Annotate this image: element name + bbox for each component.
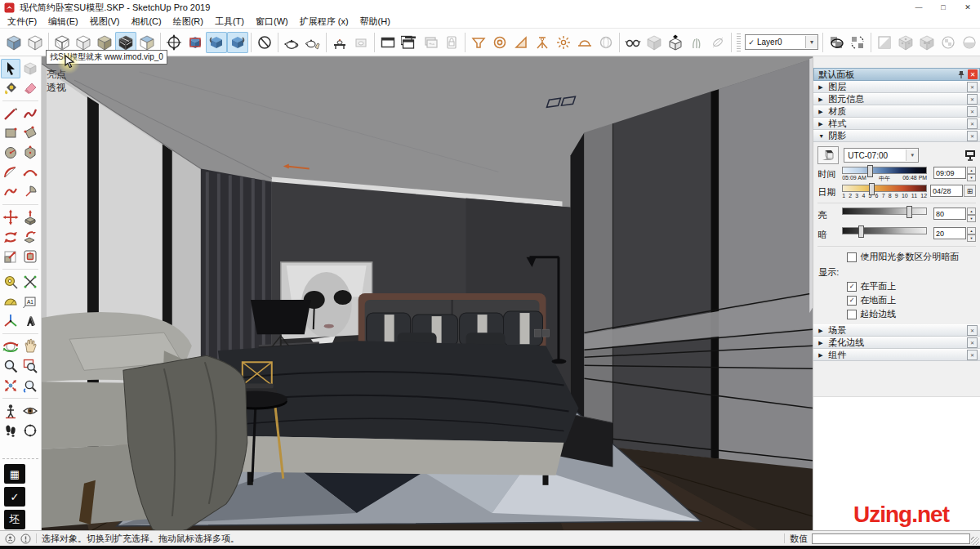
section-close-icon[interactable]: ✕ [967, 94, 978, 105]
menu-camera[interactable]: 相机(C) [131, 16, 161, 28]
on-faces-checkbox[interactable]: ✓ [847, 282, 857, 292]
no-entry-icon[interactable] [254, 32, 275, 53]
eraser-tool[interactable] [20, 78, 40, 98]
toggle-shadows-button[interactable] [817, 146, 839, 164]
spin-up-icon[interactable]: ▲ [967, 167, 976, 174]
three-point-arc-tool[interactable] [1, 182, 20, 202]
navigation-tool[interactable] [20, 421, 40, 440]
time-slider-handle[interactable] [867, 165, 873, 177]
section-components[interactable]: ▶ 组件 ✕ [813, 349, 980, 361]
tape-measure-tool[interactable] [1, 272, 20, 292]
previous-view-icon[interactable] [206, 32, 227, 53]
lock-icon[interactable] [441, 32, 462, 53]
zoom-window-view-icon[interactable] [185, 32, 206, 53]
pan-tool[interactable] [20, 337, 40, 356]
circle-mask-icon[interactable] [826, 32, 847, 53]
polygon-tool[interactable] [20, 143, 40, 163]
zoom-window-tool[interactable] [20, 356, 40, 376]
section-soften-edges[interactable]: ▶ 柔化边线 ✕ [813, 337, 980, 349]
shadow-table-off-icon[interactable] [350, 32, 372, 53]
rotate-tool[interactable] [1, 227, 20, 247]
menu-window[interactable]: 窗口(W) [256, 16, 288, 28]
section-entity-info[interactable]: ▶ 图元信息 ✕ [813, 93, 980, 105]
layer-dropdown[interactable]: ✓ Layer0 ▾ [745, 34, 818, 50]
pattern-die-5-icon[interactable] [959, 32, 980, 53]
plugin-grid-button[interactable]: ▦ [4, 464, 25, 484]
two-point-arc-tool[interactable] [20, 163, 40, 182]
maximize-button[interactable]: □ [931, 0, 956, 15]
section-close-icon[interactable]: ✕ [967, 118, 978, 129]
dark-value-input[interactable]: 20 [933, 227, 966, 239]
hide-rest-cube-icon[interactable] [644, 32, 665, 53]
section-scenes[interactable]: ▶ 场景 ✕ [813, 324, 980, 337]
lasso-tool[interactable] [20, 59, 40, 78]
from-edges-checkbox[interactable] [847, 310, 857, 319]
credits-status-icon[interactable] [20, 533, 31, 544]
use-sun-checkbox[interactable] [847, 252, 857, 262]
shadow-teapot-hand-icon[interactable] [302, 32, 323, 53]
section-close-icon[interactable]: ✕ [967, 82, 978, 92]
calendar-icon[interactable]: ⊞ [964, 185, 976, 197]
section-cuts-icon[interactable] [510, 32, 532, 53]
walk-tool[interactable] [1, 421, 20, 440]
orbit-tool[interactable] [1, 337, 20, 356]
shadow-table-on-icon[interactable] [329, 32, 350, 53]
section-plane-icon[interactable] [468, 32, 489, 53]
section-shadows[interactable]: ▼ 阴影 ✕ [813, 130, 980, 142]
pattern-die-1-icon[interactable] [874, 32, 895, 53]
pin-icon[interactable] [957, 70, 965, 79]
panel-close-button[interactable]: ✕ [968, 69, 978, 79]
3d-text-tool[interactable] [20, 311, 40, 331]
look-around-tool[interactable] [20, 401, 40, 421]
close-button[interactable]: ✕ [956, 0, 980, 15]
section-styles[interactable]: ▶ 样式 ✕ [813, 118, 980, 130]
tray-pages-icon[interactable] [420, 32, 441, 53]
dimensions-tool[interactable] [20, 272, 40, 292]
move-tool[interactable] [1, 208, 20, 227]
circle-tool[interactable] [1, 143, 20, 163]
line-tool[interactable] [1, 104, 20, 123]
section-tripod-icon[interactable] [532, 32, 553, 53]
menu-help[interactable]: 帮助(H) [360, 16, 390, 28]
spin-down-icon[interactable]: ▼ [967, 174, 976, 181]
minimize-button[interactable]: — [906, 0, 931, 15]
pattern-die-4-icon[interactable] [938, 32, 959, 53]
scale-tool[interactable] [1, 247, 20, 266]
time-value-input[interactable]: 09:09 [933, 167, 966, 179]
axes-tool[interactable] [1, 311, 20, 331]
zoom-tool[interactable] [1, 356, 20, 376]
measurements-input[interactable] [812, 533, 970, 544]
layer-chevron-icon[interactable]: ▾ [805, 36, 817, 48]
sun-icon[interactable] [553, 32, 574, 53]
next-view-icon[interactable] [227, 32, 248, 53]
menu-tools[interactable]: 工具(T) [215, 16, 244, 28]
section-close-icon[interactable]: ✕ [967, 350, 978, 360]
menu-file[interactable]: 文件(F) [7, 16, 37, 28]
dark-slider-handle[interactable] [858, 225, 864, 238]
timezone-select[interactable]: UTC-07:00 ▾ [844, 148, 919, 163]
dome-icon[interactable] [574, 32, 595, 53]
section-close-icon[interactable]: ✕ [967, 106, 978, 117]
resize-grip[interactable] [971, 537, 979, 545]
xray-glasses-icon[interactable] [622, 32, 644, 53]
menu-draw[interactable]: 绘图(R) [173, 16, 203, 28]
on-ground-checkbox[interactable]: ✓ [847, 296, 857, 306]
rotate-pattern-icon[interactable] [847, 32, 868, 53]
menu-edit[interactable]: 编辑(E) [48, 16, 78, 28]
menu-view[interactable]: 视图(V) [90, 16, 120, 28]
menu-extensions[interactable]: 扩展程序 (x) [300, 16, 349, 28]
section-close-icon[interactable]: ✕ [967, 337, 978, 348]
toolbar-grip[interactable] [737, 33, 741, 51]
freehand-tool[interactable] [20, 104, 40, 123]
section-materials[interactable]: ▶ 材质 ✕ [813, 105, 980, 118]
light-slider-handle[interactable] [906, 206, 912, 218]
section-close-icon[interactable]: ✕ [967, 325, 978, 336]
zoom-extents-tool[interactable] [1, 376, 20, 395]
paint-bucket-tool[interactable] [1, 78, 20, 98]
text-tool[interactable]: A1 [20, 292, 40, 311]
time-slider[interactable] [842, 167, 927, 174]
geolocation-status-icon[interactable] [5, 533, 16, 544]
hide-similar-cube-icon[interactable] [665, 32, 686, 53]
rotated-rectangle-tool[interactable] [20, 123, 40, 143]
date-slider-handle[interactable] [869, 183, 875, 195]
